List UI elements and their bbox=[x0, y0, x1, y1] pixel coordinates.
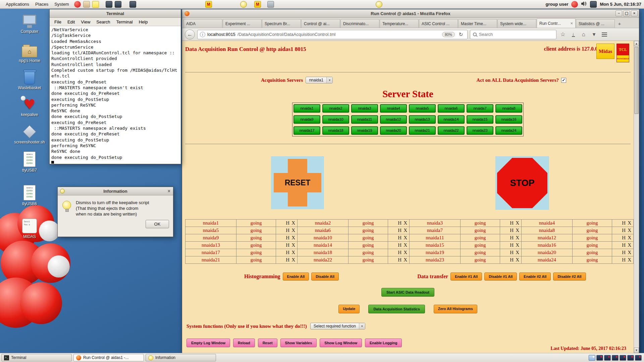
server-button-nnaida21[interactable]: nnaida21 bbox=[409, 126, 436, 135]
tab-control-ai[interactable]: Control @ ai... bbox=[301, 19, 340, 28]
ok-button[interactable]: OK bbox=[146, 220, 169, 228]
status-link-h[interactable]: H bbox=[286, 220, 289, 226]
status-link-h[interactable]: H bbox=[622, 220, 626, 226]
zoom-indicator[interactable]: 80% bbox=[442, 32, 455, 37]
back-button[interactable]: ← bbox=[185, 29, 195, 40]
dialog-titlebar[interactable]: Information × bbox=[58, 187, 173, 195]
tab-run-contr[interactable]: Run Contr...× bbox=[537, 18, 576, 28]
tray-monitor-icon-4[interactable] bbox=[620, 355, 626, 361]
search-bar[interactable] bbox=[470, 30, 556, 39]
status-link-x[interactable]: X bbox=[404, 250, 407, 255]
server-button-nnaida10[interactable]: nnaida10 bbox=[322, 115, 349, 124]
tab-close-icon[interactable]: × bbox=[570, 21, 573, 26]
clock[interactable]: Mon 5 Jun, 02:16:37 bbox=[600, 2, 641, 7]
reset-button[interactable]: Reset bbox=[258, 339, 277, 347]
server-button-nnaida8[interactable]: nnaida8 bbox=[495, 104, 522, 113]
terminal-menu-help[interactable]: Help bbox=[136, 19, 151, 25]
disable-1-all-button[interactable]: Disable #1 All bbox=[484, 273, 517, 281]
status-link-x[interactable]: X bbox=[291, 242, 295, 248]
desktop-icon-keepalive[interactable]: ♥keepalive bbox=[15, 97, 44, 117]
midas-app-icon[interactable]: M bbox=[205, 1, 212, 8]
bulb-app-icon[interactable] bbox=[240, 1, 247, 8]
status-link-x[interactable]: X bbox=[404, 257, 407, 262]
server-button-nnaida13[interactable]: nnaida13 bbox=[409, 115, 436, 124]
status-link-h[interactable]: H bbox=[510, 220, 514, 226]
maximize-button[interactable]: ▢ bbox=[623, 10, 630, 16]
server-button-nnaida22[interactable]: nnaida22 bbox=[438, 126, 465, 135]
server-button-nnaida5[interactable]: nnaida5 bbox=[409, 104, 436, 113]
speaker-icon[interactable] bbox=[581, 1, 587, 7]
show-log-window-button[interactable]: Show Log Window bbox=[320, 339, 362, 347]
server-button-nnaida11[interactable]: nnaida11 bbox=[351, 115, 378, 124]
server-button-nnaida4[interactable]: nnaida4 bbox=[380, 104, 407, 113]
tray-monitor-icon-3[interactable] bbox=[612, 355, 619, 361]
desktop-icon-npg-s-home[interactable]: ⌂npg's Home bbox=[15, 46, 44, 63]
server-button-nnaida14[interactable]: nnaida14 bbox=[438, 115, 465, 124]
scroll-down-icon[interactable]: ▼ bbox=[634, 348, 639, 353]
launcher-display-icon-2[interactable] bbox=[115, 1, 121, 8]
display-tray-icon[interactable] bbox=[590, 1, 597, 8]
terminal-menu-search[interactable]: Search bbox=[94, 19, 113, 25]
tab-system-wide[interactable]: System wide... bbox=[497, 19, 536, 28]
launcher-display-icon-3[interactable] bbox=[129, 1, 136, 8]
status-link-x[interactable]: X bbox=[404, 235, 407, 240]
tab-spectrum-br[interactable]: Spectrum Br... bbox=[262, 19, 301, 28]
status-link-x[interactable]: X bbox=[628, 235, 631, 240]
zero-histograms-button[interactable]: Zero All Histograms bbox=[434, 305, 477, 313]
enable-logging-button[interactable]: Enable Logging bbox=[365, 339, 402, 347]
server-button-nnaida24[interactable]: nnaida24 bbox=[495, 126, 522, 135]
status-link-x[interactable]: X bbox=[404, 228, 407, 233]
scrollbar-thumb[interactable] bbox=[634, 47, 639, 114]
stop-button[interactable]: STOP bbox=[495, 156, 549, 210]
tray-monitor-icon-6[interactable] bbox=[635, 355, 642, 361]
server-button-nnaida16[interactable]: nnaida16 bbox=[495, 115, 522, 124]
tray-monitor-icon-5[interactable] bbox=[627, 355, 634, 361]
status-link-h[interactable]: H bbox=[622, 250, 626, 255]
status-link-x[interactable]: X bbox=[628, 228, 631, 233]
status-link-x[interactable]: X bbox=[628, 242, 631, 248]
menu-icon[interactable] bbox=[600, 31, 608, 39]
desktop-icon-wastebasket[interactable]: Wastebasket bbox=[15, 71, 44, 90]
server-button-nnaida19[interactable]: nnaida19 bbox=[351, 126, 378, 135]
terminal-menu-file[interactable]: File bbox=[52, 19, 64, 25]
disable-2-all-button[interactable]: Disable #2 All bbox=[553, 273, 586, 281]
start-asic-readout-button[interactable]: Start ASIC Data Readout bbox=[381, 288, 434, 297]
reload-button[interactable]: Reload bbox=[233, 339, 255, 347]
show-variables-button[interactable]: Show Variables bbox=[280, 339, 317, 347]
url-bar[interactable]: i localhost:8015/DataAcquisitionControl/… bbox=[197, 30, 468, 39]
update-notifier-icon[interactable] bbox=[571, 1, 578, 8]
menu-places[interactable]: Places bbox=[32, 1, 51, 8]
menu-system[interactable]: System bbox=[51, 1, 72, 8]
status-link-x[interactable]: X bbox=[291, 257, 295, 262]
terminal-menu-terminal[interactable]: Terminal bbox=[114, 19, 136, 25]
disable-all-button[interactable]: Disable All bbox=[311, 273, 339, 281]
home-icon[interactable]: ⌂ bbox=[580, 31, 588, 39]
tab-asic-control[interactable]: ASIC Control ... bbox=[419, 19, 458, 28]
taskbar-button-terminal[interactable]: >_Terminal bbox=[1, 354, 72, 361]
bulb-app-icon-2[interactable] bbox=[376, 1, 382, 8]
status-link-h[interactable]: H bbox=[622, 235, 626, 240]
search-input[interactable] bbox=[479, 32, 553, 37]
status-link-h[interactable]: H bbox=[286, 250, 289, 255]
desktop-icon-ttyusb7[interactable]: execuEXPEREXPEREXPERttyUSB7 bbox=[15, 152, 44, 173]
desktop-icon-screenshooter-sh[interactable]: screenshooter.sh bbox=[15, 125, 44, 144]
terminal-menu-edit[interactable]: Edit bbox=[65, 19, 77, 25]
status-link-h[interactable]: H bbox=[398, 250, 401, 255]
system-functions-select[interactable]: Select required function ▾ bbox=[310, 323, 365, 329]
status-link-x[interactable]: X bbox=[516, 250, 519, 255]
close-button[interactable]: × bbox=[631, 10, 638, 16]
server-button-nnaida2[interactable]: nnaida2 bbox=[322, 104, 349, 113]
bookmark-star-icon[interactable]: ☆ bbox=[559, 31, 567, 39]
server-button-nnaida15[interactable]: nnaida15 bbox=[467, 115, 493, 124]
status-link-h[interactable]: H bbox=[398, 235, 401, 240]
terminal-output[interactable]: /NetVarService/SigTaskServiceLoaded MemS… bbox=[50, 26, 181, 164]
status-link-h[interactable]: H bbox=[398, 220, 401, 226]
tab-experiment[interactable]: Experiment ... bbox=[223, 19, 262, 28]
desktop-icon-midas[interactable]: SessiYou aMIDAS bbox=[15, 219, 44, 239]
site-info-icon[interactable]: i bbox=[200, 32, 205, 37]
dialog-close-icon[interactable]: × bbox=[168, 188, 170, 194]
server-button-nnaida20[interactable]: nnaida20 bbox=[380, 126, 407, 135]
tray-monitor-icon[interactable] bbox=[596, 355, 603, 361]
server-button-nnaida9[interactable]: nnaida9 bbox=[293, 115, 320, 124]
status-link-h[interactable]: H bbox=[286, 235, 289, 240]
